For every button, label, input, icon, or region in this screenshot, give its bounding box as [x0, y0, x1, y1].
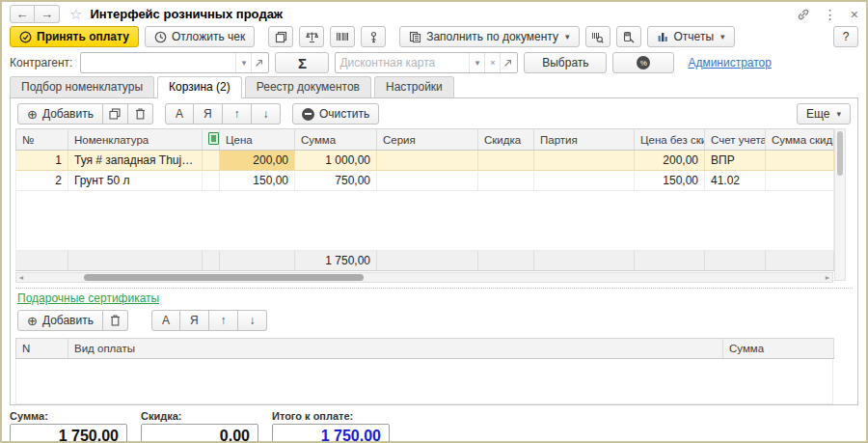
- col-n[interactable]: N: [16, 339, 68, 359]
- discount-percent-button[interactable]: %: [612, 52, 674, 73]
- chevron-down-icon[interactable]: ▾: [469, 53, 484, 72]
- add-row-button[interactable]: ⊕ Добавить: [17, 103, 103, 125]
- barcode-icon: [336, 31, 349, 42]
- sum-field[interactable]: 1 750,00: [10, 424, 127, 443]
- barcode-button[interactable]: [330, 26, 355, 47]
- arrow-down-icon: ↓: [249, 314, 255, 327]
- documents-icon: [409, 31, 421, 43]
- payment-terminal-button[interactable]: [616, 26, 641, 47]
- col-discount[interactable]: Скидка: [478, 129, 534, 151]
- col-batch[interactable]: Партия: [534, 129, 635, 151]
- app-window: ← → ☆ Интерфейс розничных продаж ⋮ × При…: [0, 0, 868, 443]
- clear-cart-button[interactable]: Очистить: [292, 103, 379, 125]
- open-link-icon[interactable]: [251, 53, 266, 72]
- vertical-scrollbar[interactable]: [834, 128, 846, 281]
- empty-area: [16, 191, 834, 251]
- total-due-field[interactable]: 1 750,00: [272, 424, 390, 443]
- gift-sort-desc-button[interactable]: Я: [180, 310, 209, 331]
- copy-row-button[interactable]: [103, 103, 128, 125]
- check-circle-icon: [19, 31, 32, 43]
- discount-field[interactable]: 0,00: [141, 424, 258, 443]
- close-icon[interactable]: ×: [851, 7, 858, 22]
- col-payment-type[interactable]: Вид оплаты: [68, 339, 723, 359]
- barcode-search-icon: [591, 31, 604, 43]
- counterparty-input[interactable]: [81, 54, 235, 71]
- main-toolbar: Принять оплату Отложить чек: [2, 25, 866, 50]
- move-down-button[interactable]: ↓: [252, 103, 281, 125]
- kebab-menu-icon[interactable]: ⋮: [824, 7, 837, 22]
- barcode-search-button[interactable]: [585, 26, 610, 47]
- tab-document-register[interactable]: Реестр документов: [245, 76, 371, 97]
- col-nomenclature[interactable]: Номенклатура: [68, 129, 203, 151]
- scroll-left-icon[interactable]: ◄: [16, 274, 26, 281]
- counterparty-row: Контрагент: ▾ Σ ▾ × Выбрать % Адми: [2, 50, 866, 77]
- col-discount-sum[interactable]: Сумма скидки: [766, 129, 834, 151]
- defer-receipt-button[interactable]: Отложить чек: [145, 26, 255, 47]
- bar-chart-icon: [657, 31, 669, 42]
- fill-by-document-button[interactable]: Заполнить по документу ▾: [399, 26, 579, 47]
- favorite-star-icon[interactable]: ☆: [69, 6, 82, 23]
- counterparty-label: Контрагент:: [10, 56, 72, 69]
- cart-header-row: № Номенклатура Цена Сумма Серия Скидка П…: [16, 129, 834, 151]
- arrow-down-icon: ↓: [262, 107, 268, 121]
- col-sum[interactable]: Сумма: [295, 129, 377, 151]
- clock-icon: [154, 31, 167, 43]
- link-icon[interactable]: [797, 8, 810, 21]
- col-num[interactable]: №: [16, 129, 68, 151]
- cart-toolbar: ⊕ Добавить А Я ↑ ↓: [15, 102, 853, 128]
- arrow-up-icon: ↑: [220, 314, 226, 327]
- cash-drawer-button[interactable]: [268, 26, 293, 47]
- gift-delete-row-button[interactable]: [103, 310, 128, 331]
- col-image[interactable]: [203, 129, 220, 151]
- gift-add-row-button[interactable]: ⊕ Добавить: [17, 310, 103, 331]
- forward-button[interactable]: →: [35, 5, 60, 23]
- sort-asc-button[interactable]: А: [165, 103, 194, 125]
- reports-button[interactable]: Отчеты ▾: [647, 26, 735, 47]
- clear-icon[interactable]: ×: [484, 53, 500, 72]
- scales-button[interactable]: [299, 26, 324, 47]
- delete-row-button[interactable]: [128, 103, 153, 125]
- scroll-right-icon[interactable]: ►: [823, 274, 832, 281]
- sum-sigma-button[interactable]: Σ: [275, 52, 329, 73]
- chevron-down-icon: ▾: [565, 32, 570, 42]
- gift-header-row: N Вид оплаты Сумма: [16, 339, 834, 359]
- scanner-button[interactable]: [361, 26, 386, 47]
- col-price[interactable]: Цена: [220, 129, 295, 151]
- add-circle-icon: ⊕: [27, 107, 38, 122]
- open-link-icon[interactable]: [500, 53, 515, 72]
- select-button[interactable]: Выбрать: [524, 52, 607, 73]
- col-series[interactable]: Серия: [377, 129, 478, 151]
- help-button[interactable]: ?: [833, 26, 858, 47]
- more-button[interactable]: Еще ▾: [797, 103, 851, 125]
- col-price-no-discount[interactable]: Цена без скидки: [635, 129, 705, 151]
- tab-cart[interactable]: Корзина (2): [157, 76, 242, 98]
- col-account[interactable]: Счет учета: [705, 129, 766, 151]
- scanner-icon: [367, 31, 380, 43]
- horizontal-scrollbar[interactable]: ◄ ►: [15, 272, 833, 283]
- discount-card-input[interactable]: [336, 54, 469, 71]
- scrollbar-thumb[interactable]: [84, 274, 364, 281]
- gift-certificates-section-link[interactable]: Подарочные сертификаты: [15, 289, 853, 309]
- gift-sort-asc-button[interactable]: А: [151, 310, 180, 331]
- gift-move-up-button[interactable]: ↑: [209, 310, 238, 331]
- table-row[interactable]: 1 Туя # западная Thuja occidental... 200…: [16, 151, 834, 171]
- move-up-button[interactable]: ↑: [223, 103, 252, 125]
- table-row[interactable]: 2 Грунт 50 л 150,00 750,00 150,00 41.02: [16, 171, 834, 191]
- tab-item-selection[interactable]: Подбор номенклатуры: [10, 76, 154, 97]
- tab-bar: Подбор номенклатуры Корзина (2) Реестр д…: [2, 77, 866, 97]
- cart-total-sum: 1 750,00: [295, 251, 377, 271]
- chevron-down-icon[interactable]: ▾: [235, 53, 251, 72]
- scrollbar-thumb[interactable]: [837, 131, 843, 176]
- sort-desc-button[interactable]: Я: [194, 103, 223, 125]
- totals-footer: Сумма: 1 750,00 Скидка: 0,00 Итого к опл…: [2, 405, 866, 443]
- tab-settings[interactable]: Настройки: [374, 76, 454, 97]
- gift-certificates-table: N Вид оплаты Сумма: [15, 338, 834, 359]
- accept-payment-button[interactable]: Принять оплату: [10, 26, 139, 47]
- chevron-down-icon: ▾: [720, 32, 725, 42]
- back-button[interactable]: ←: [10, 5, 35, 23]
- cart-tab-content: ⊕ Добавить А Я ↑ ↓: [10, 97, 858, 405]
- gift-move-down-button[interactable]: ↓: [238, 310, 267, 331]
- cart-table-wrap: № Номенклатура Цена Сумма Серия Скидка П…: [15, 128, 853, 283]
- user-link-administrator[interactable]: Администратор: [688, 56, 772, 69]
- col-sum[interactable]: Сумма: [723, 339, 834, 359]
